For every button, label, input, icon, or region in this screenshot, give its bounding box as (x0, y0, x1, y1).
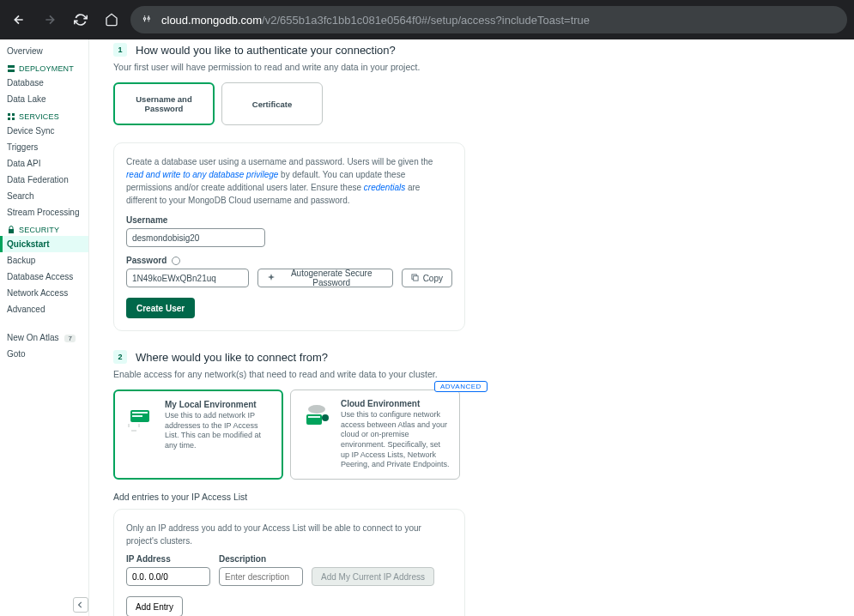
sidebar-item-database-access[interactable]: Database Access (0, 269, 88, 285)
advanced-badge: ADVANCED (434, 381, 488, 392)
step-2-title: Where would you like to connect from? (136, 351, 328, 364)
sidebar-item-quickstart[interactable]: Quickstart (0, 236, 88, 252)
ip-access-panel: Only an IP address you add to your Acces… (113, 509, 465, 616)
sidebar-item-database[interactable]: Database (0, 75, 88, 91)
svg-rect-15 (306, 414, 322, 425)
security-icon (7, 226, 15, 234)
svg-point-1 (148, 18, 149, 20)
add-entry-button[interactable]: Add Entry (126, 596, 183, 616)
svg-point-0 (143, 18, 145, 20)
svg-rect-2 (8, 65, 15, 68)
sidebar: Overview DEPLOYMENT Database Data Lake S… (0, 39, 89, 616)
step-1-desc: Your first user will have permission to … (113, 62, 830, 72)
svg-rect-13 (132, 415, 142, 417)
sidebar-item-triggers[interactable]: Triggers (0, 139, 88, 155)
password-label: Password (126, 256, 452, 265)
svg-rect-6 (8, 118, 10, 120)
sidebar-item-backup[interactable]: Backup (0, 252, 88, 269)
browser-forward-button[interactable] (38, 8, 62, 32)
env-cloud-desc: Use this to configure network access bet… (341, 410, 451, 470)
url-text: cloud.mongodb.com/v2/655b1a3fc1bb1c081e0… (161, 14, 837, 27)
password-input[interactable] (126, 269, 249, 287)
ip-address-input[interactable] (126, 567, 210, 586)
local-env-icon (124, 400, 158, 434)
sidebar-item-search[interactable]: Search (0, 188, 88, 204)
autogenerate-password-button[interactable]: Autogenerate Secure Password (257, 269, 393, 287)
browser-home-button[interactable] (100, 8, 124, 32)
copy-icon (411, 274, 419, 283)
ip-address-label: IP Address (126, 554, 210, 564)
description-input[interactable] (219, 567, 303, 586)
sidebar-item-data-lake[interactable]: Data Lake (0, 91, 88, 107)
sidebar-item-overview[interactable]: Overview (0, 43, 88, 59)
env-card-local[interactable]: My Local Environment Use this to add net… (113, 390, 283, 480)
privilege-link[interactable]: read and write to any database privilege (126, 170, 278, 179)
main-content: 1 How would you like to authenticate you… (89, 39, 854, 616)
auth-method-username-password[interactable]: Username and Password (113, 82, 215, 125)
sidebar-item-data-federation[interactable]: Data Federation (0, 172, 88, 188)
browser-reload-button[interactable] (69, 8, 93, 32)
svg-rect-10 (413, 275, 417, 280)
sidebar-item-device-sync[interactable]: Device Sync (0, 123, 88, 139)
svg-rect-3 (8, 69, 15, 72)
services-icon (7, 112, 15, 121)
sidebar-item-stream-processing[interactable]: Stream Processing (0, 204, 88, 220)
new-on-atlas-badge: 7 (64, 335, 75, 342)
svg-rect-8 (9, 229, 14, 233)
env-cloud-title: Cloud Environment (341, 399, 451, 408)
step-1-badge: 1 (113, 43, 127, 57)
ip-access-note: Only an IP address you add to your Acces… (126, 522, 452, 547)
add-current-ip-button[interactable]: Add My Current IP Address (312, 567, 434, 586)
sidebar-collapse-button[interactable] (73, 597, 88, 613)
browser-back-button[interactable] (7, 8, 31, 32)
step-2-desc: Enable access for any network(s) that ne… (113, 369, 830, 379)
svg-rect-5 (12, 113, 15, 116)
sidebar-item-advanced[interactable]: Advanced (0, 301, 88, 317)
svg-rect-4 (8, 113, 10, 116)
copy-password-button[interactable]: Copy (402, 269, 452, 287)
cloud-env-icon (300, 399, 334, 433)
step-2-badge: 2 (113, 350, 127, 364)
svg-rect-16 (308, 416, 320, 418)
svg-rect-7 (12, 118, 15, 120)
create-user-panel: Create a database user using a username … (113, 142, 465, 331)
toggle-password-visibility-icon[interactable] (172, 257, 180, 265)
site-settings-icon (141, 13, 154, 27)
sparkle-icon (267, 274, 276, 282)
browser-url-bar[interactable]: cloud.mongodb.com/v2/655b1a3fc1bb1c081e0… (130, 6, 847, 33)
step-1-title: How would you like to authenticate your … (136, 44, 396, 57)
chevron-left-icon (77, 601, 84, 608)
svg-rect-12 (132, 412, 148, 414)
svg-point-14 (308, 405, 325, 414)
sidebar-item-network-access[interactable]: Network Access (0, 285, 88, 301)
sidebar-item-goto[interactable]: Goto (0, 346, 88, 362)
create-user-button[interactable]: Create User (126, 298, 195, 318)
sidebar-section-security: SECURITY (0, 220, 88, 236)
ip-access-heading: Add entries to your IP Access List (113, 492, 830, 502)
sidebar-section-services: SERVICES (0, 107, 88, 123)
sidebar-item-data-api[interactable]: Data API (0, 155, 88, 172)
description-label: Description (219, 554, 303, 564)
credentials-link[interactable]: credentials (364, 183, 405, 192)
username-input[interactable] (126, 228, 265, 247)
username-label: Username (126, 215, 452, 225)
env-card-cloud[interactable]: Cloud Environment Use this to configure … (290, 390, 460, 480)
auth-method-certificate[interactable]: Certificate (221, 82, 323, 125)
deployment-icon (7, 64, 15, 73)
env-local-title: My Local Environment (165, 400, 273, 409)
sidebar-item-new-on-atlas[interactable]: New On Atlas 7 (0, 329, 88, 346)
create-user-help-text: Create a database user using a username … (126, 155, 452, 207)
svg-point-17 (322, 414, 329, 421)
env-local-desc: Use this to add network IP addresses to … (165, 411, 273, 451)
sidebar-section-deployment: DEPLOYMENT (0, 59, 88, 75)
